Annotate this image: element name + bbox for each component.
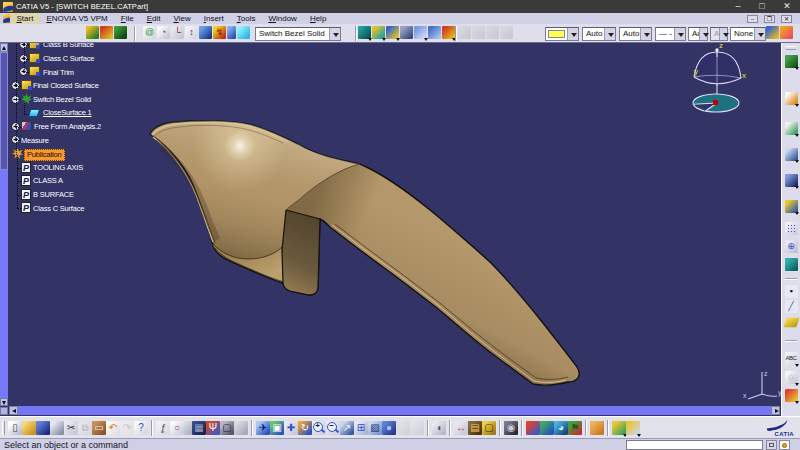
tree-item-label[interactable]: Class C Surface — [43, 54, 94, 64]
dropdown-arrow[interactable] — [795, 67, 799, 70]
multi-view-icon[interactable]: ⊞ — [354, 421, 368, 435]
paintbrush-icon[interactable] — [766, 26, 779, 39]
open-icon[interactable] — [22, 421, 36, 435]
catalog-icon[interactable]: ▤ — [468, 421, 482, 435]
plane-icon[interactable] — [783, 318, 799, 327]
surface-pair-icon[interactable] — [612, 421, 626, 435]
lasso-icon[interactable]: ◌ — [785, 371, 798, 384]
vertical-scrollbar-thumb[interactable] — [0, 52, 8, 170]
cut-icon[interactable]: ✂ — [64, 421, 78, 435]
clock-icon[interactable]: ◔ — [157, 26, 170, 39]
lock-icon[interactable]: ▢ — [220, 421, 234, 435]
view-box-icon[interactable] — [785, 148, 798, 161]
undo-icon[interactable]: ↶ — [106, 421, 120, 435]
cs-tree-icon[interactable] — [28, 109, 41, 117]
snap-icon[interactable]: ↕ — [185, 26, 198, 39]
formula-icon[interactable]: f̳ — [156, 421, 170, 435]
paste-icon[interactable]: ▭ — [92, 421, 106, 435]
menu-start[interactable]: Start — [10, 13, 40, 24]
grid-icon[interactable] — [785, 222, 798, 235]
disabled-3-icon[interactable] — [486, 26, 499, 39]
surface-tree-icon[interactable] — [29, 66, 40, 76]
menu-edit[interactable]: Edit — [140, 13, 167, 24]
render-environment-icon[interactable] — [100, 26, 113, 39]
point-icon[interactable]: ▪ — [785, 285, 798, 298]
tree-item-class-c-surface[interactable]: PClass C Surface — [0, 201, 220, 215]
surface-tree-icon[interactable] — [21, 80, 32, 90]
render-scene-icon[interactable] — [114, 26, 127, 39]
player-icon[interactable] — [234, 421, 248, 435]
line-style-combo[interactable]: — - - - — [655, 27, 686, 41]
disabled-4-icon[interactable] — [500, 26, 513, 39]
line-style-arrow[interactable] — [674, 28, 685, 40]
tree-item-class-c-surface[interactable]: +Class C Surface — [0, 52, 220, 66]
wheel-icon[interactable]: ◕ — [554, 421, 568, 435]
pub-tree-icon[interactable] — [12, 148, 23, 159]
print-icon[interactable] — [50, 421, 64, 435]
tree-item-label[interactable]: Switch Bezel Solid — [33, 95, 91, 105]
line-icon[interactable]: ╱ — [785, 300, 798, 313]
dropdown-arrow[interactable] — [795, 104, 799, 107]
tree-item-switch-bezel-solid[interactable]: −Switch Bezel Solid — [0, 93, 220, 107]
extract-solid-icon[interactable] — [785, 174, 798, 187]
line-type-combo[interactable]: Auto — [619, 27, 652, 41]
redo-icon[interactable]: ↷ — [120, 421, 134, 435]
dropdown-arrow[interactable] — [795, 383, 799, 386]
close-button[interactable]: ✕ — [776, 0, 798, 13]
scroll-up-button[interactable] — [0, 43, 8, 52]
bounding-box-icon[interactable] — [785, 258, 798, 271]
zoom-in-icon[interactable]: + — [312, 421, 326, 435]
line-weight-combo[interactable]: Auto — [582, 27, 616, 41]
p-tree-icon[interactable]: P — [21, 162, 31, 173]
hand-icon[interactable] — [590, 421, 604, 435]
tree-item-class-a[interactable]: PCLASS A — [0, 174, 220, 188]
point-style-arrow[interactable] — [699, 28, 707, 40]
point-style-combo[interactable]: Aut — [688, 27, 708, 41]
shape-morph-icon[interactable] — [785, 200, 798, 213]
catalog-browser-icon[interactable]: Ψ — [206, 421, 220, 435]
tree-item-tooling-axis[interactable]: PTOOLING AXIS — [0, 161, 220, 175]
gear-icon[interactable] — [785, 55, 798, 68]
line-weight-arrow[interactable] — [604, 28, 615, 40]
dropdown-arrow[interactable] — [795, 186, 799, 189]
layer-arrow[interactable] — [754, 28, 765, 40]
tree-item-label[interactable]: Free Form Analysis.2 — [34, 122, 101, 132]
menu-file[interactable]: File — [114, 13, 140, 24]
bead-icon[interactable] — [414, 26, 427, 39]
compass-target-icon[interactable]: ⊕ — [785, 240, 798, 253]
layer-combo[interactable]: None — [730, 27, 766, 41]
toolbar-grip[interactable] — [786, 46, 796, 50]
power-input-button[interactable] — [766, 440, 777, 450]
text-abc-icon[interactable]: ABC — [785, 352, 798, 365]
rotate-icon[interactable]: ↻ — [298, 421, 312, 435]
fit-all-icon[interactable]: ▣ — [270, 421, 284, 435]
menu-window[interactable]: Window — [262, 13, 303, 24]
maximize-button[interactable]: □ — [751, 0, 773, 13]
update-icon[interactable]: @ — [143, 26, 156, 39]
p-tree-icon[interactable]: P — [21, 189, 31, 200]
axis-system-icon[interactable]: └ — [171, 26, 184, 39]
tree-item-final-trim[interactable]: +Final Trim — [0, 65, 220, 79]
dropdown-arrow[interactable] — [795, 401, 799, 404]
close-surface-icon[interactable] — [237, 26, 250, 39]
help-cursor-icon[interactable]: ? — [134, 421, 148, 435]
menu-view[interactable]: View — [167, 13, 197, 24]
design-table-icon[interactable]: ▦ — [192, 421, 206, 435]
tree-item-b-surface[interactable]: PB SURFACE — [0, 188, 220, 202]
command-input[interactable] — [626, 440, 763, 450]
mini-icon[interactable] — [184, 421, 192, 435]
tree-item-label[interactable]: B SURFACE — [33, 190, 74, 200]
tree-item-label[interactable]: Class C Surface — [33, 204, 84, 214]
p-tree-icon[interactable]: P — [21, 202, 31, 213]
map-icon[interactable] — [540, 421, 554, 435]
tree-item-label[interactable]: CLASS A — [33, 176, 63, 186]
fly-icon[interactable]: ✈ — [256, 421, 270, 435]
stamp-shape-icon[interactable] — [442, 26, 455, 39]
tree-item-free-form-analysis-2[interactable]: +Free Form Analysis.2 — [0, 120, 220, 134]
toolbar-grip-bottom[interactable] — [2, 421, 5, 435]
render-style-combo[interactable]: Aut — [710, 27, 728, 41]
tree-item-label[interactable]: Measure — [21, 136, 49, 146]
minimize-button[interactable]: – — [727, 0, 749, 13]
surface-tree-icon[interactable] — [29, 53, 40, 63]
part-body-combo[interactable]: Switch Bezel Solid — [255, 27, 341, 41]
